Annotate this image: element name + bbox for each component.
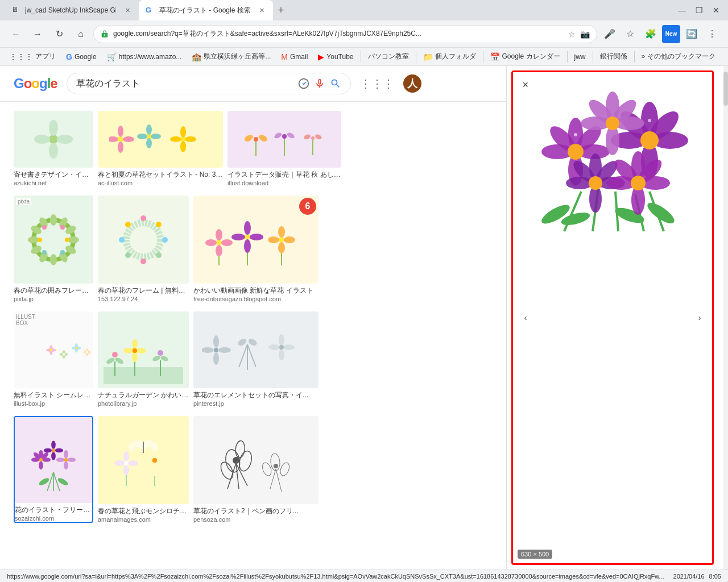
grid-item-3-1[interactable]: 春の草花と飛ぶモンシロチョウ[3201400002... amanaimages… [98, 416, 189, 523]
back-button[interactable]: ← [7, 25, 25, 43]
svg-point-100 [123, 348, 133, 354]
results-area: Google ⋮⋮⋮ 人 [0, 66, 506, 569]
image-row-0: 寄せ書きデザイン・イラスト素... azukichi.net [14, 111, 493, 186]
grid-item-0-2[interactable]: イラストデータ販売｜草花 秋 あしらい... illust.download [228, 111, 341, 186]
svg-point-16 [180, 126, 186, 138]
camera-search-icon[interactable] [298, 78, 309, 89]
grid-item-1-1[interactable]: 春の草花のフレーム | 無料イラスト... 153.122.97.24 [98, 196, 189, 302]
bookmark-jww[interactable]: jww [570, 51, 590, 63]
user-avatar[interactable]: 人 [403, 74, 421, 93]
extensions-icon[interactable]: 🧩 [642, 25, 660, 43]
svg-point-1 [49, 120, 58, 136]
bookmark-bank[interactable]: 銀行関係 [595, 49, 632, 64]
bookmark-school[interactable]: 🏫 県立横浜緑ヶ丘高等... [187, 49, 275, 64]
bookmark-gmail[interactable]: M Gmail [276, 50, 312, 64]
bookmark-icon[interactable]: ☆ [621, 25, 639, 43]
caption-2-2: 草花のエレメントセットの写真・イ... [193, 390, 318, 400]
svg-point-61 [216, 240, 222, 246]
svg-line-162 [228, 463, 236, 489]
bookmark-amazon[interactable]: 🛒 https://www.amazo... [102, 50, 187, 64]
grid-item-2-1[interactable]: ナチュラルガーデン かわいい 草花 イラ... photolibrary.jp [98, 311, 189, 407]
svg-line-113 [247, 344, 256, 367]
colorful-flowers-svg [202, 203, 310, 277]
mic-search-icon[interactable] [314, 78, 325, 89]
svg-point-94 [114, 356, 125, 365]
source-1-0: pixta.jp [14, 296, 93, 302]
address-icons: ☆ 📷 [568, 30, 590, 39]
bookmark-pc[interactable]: パソコン教室 [363, 49, 413, 64]
gmail-icon: M [281, 52, 288, 61]
svg-point-219 [631, 176, 646, 190]
bookmark-google[interactable]: G Google [61, 50, 101, 64]
close-button[interactable]: ✕ [709, 3, 723, 18]
bookmarks-bar: ⋮⋮⋮ アプリ G Google 🛒 https://www.amazo... … [0, 48, 728, 66]
svg-point-143 [68, 458, 76, 462]
google-logo[interactable]: Google [14, 76, 57, 92]
tab2-close[interactable]: ✕ [257, 6, 266, 15]
bookmark-apps[interactable]: ⋮⋮⋮ アプリ [5, 49, 60, 64]
settings-icon[interactable]: ⋮ [703, 25, 721, 43]
grid-item-3-2[interactable]: 草花のイラスト2｜ペン画のフリ... pensoza.com [193, 416, 318, 523]
apps-grid-icon[interactable]: ⋮⋮⋮ [360, 77, 394, 90]
home-button[interactable]: ⌂ [72, 25, 90, 43]
search-submit-icon[interactable] [330, 78, 341, 89]
address-bar[interactable]: google.com/search?q=草花のイラスト&safe=active&… [93, 25, 597, 43]
svg-point-136 [51, 452, 56, 460]
svg-point-149 [128, 460, 138, 466]
forward-button[interactable]: → [28, 25, 47, 43]
tab1-close[interactable]: ✕ [123, 6, 132, 15]
tab-1[interactable]: 🖥 jw_cad SketchUp InkScape Gimp ... ✕ [5, 0, 139, 20]
calendar-bm-icon: 📅 [490, 52, 500, 61]
panel-main-image [513, 72, 712, 248]
grid-item-1-0[interactable]: pixta [14, 196, 93, 302]
sync-icon[interactable]: 🔄 [682, 25, 701, 43]
refresh-button[interactable]: ↻ [50, 25, 68, 43]
grid-item-2-0[interactable]: ILLUST BOX [14, 311, 93, 407]
tab1-favicon: 🖥 [11, 6, 20, 15]
svg-point-74 [278, 226, 285, 238]
mic-icon[interactable]: 🎤 [601, 25, 619, 43]
image-grid-wrapper: 寄せ書きデザイン・イラスト素... azukichi.net [0, 102, 506, 541]
bookmark-youtube[interactable]: ▶ YouTube [313, 50, 358, 64]
svg-point-154 [139, 457, 152, 464]
search-input[interactable] [76, 78, 293, 89]
panel-image-container: ✕ ‹ › [511, 70, 714, 565]
grid-item-3-0[interactable]: 花のイラスト・フリー素材 | ダウンロード13... sozaizchi.com [14, 416, 93, 523]
maximize-button[interactable]: ❐ [692, 3, 706, 18]
svg-point-39 [50, 254, 57, 265]
grid-item-0-1[interactable]: 春と初夏の草花セットイラスト - No: 373109／無料... ac-ill… [98, 111, 223, 186]
panel-close-button[interactable]: ✕ [518, 77, 533, 93]
bookmark-other[interactable]: » その他のブックマーク [637, 49, 720, 64]
seamless-bg-svg [43, 322, 93, 379]
svg-point-169 [233, 457, 239, 464]
minimize-button[interactable]: — [675, 3, 689, 18]
tab-2[interactable]: G 草花のイラスト - Google 検索 ✕ [139, 0, 273, 20]
svg-point-145 [124, 461, 129, 465]
logo-G: G [14, 76, 24, 91]
bookmark-apps-label: アプリ [35, 52, 56, 61]
svg-point-81 [49, 348, 52, 351]
grid-item-1-2[interactable]: 6 [193, 196, 318, 302]
bookmark-amazon-label: https://www.amazo... [119, 53, 182, 61]
grid-item-0-0[interactable]: 寄せ書きデザイン・イラスト素... azukichi.net [14, 111, 93, 186]
panel-nav-left-button[interactable]: ‹ [518, 310, 533, 326]
svg-point-95 [112, 352, 118, 357]
svg-point-22 [243, 134, 254, 143]
bookmark-calendar[interactable]: 📅 Google カレンダー [486, 49, 565, 64]
address-text: google.com/search?q=草花のイラスト&safe=active&… [113, 29, 564, 39]
new-tab-button[interactable]: + [273, 2, 289, 18]
camera-icon[interactable]: 📷 [580, 30, 590, 39]
svg-point-141 [64, 461, 68, 469]
source-3-2: pensoza.com [193, 516, 318, 523]
svg-point-31 [315, 134, 322, 140]
svg-point-148 [114, 460, 125, 466]
bookmark-folder[interactable]: 📁 個人フォルダ [419, 49, 481, 64]
panel-nav-right-button[interactable]: › [692, 310, 708, 326]
logo-g: g [39, 76, 47, 91]
main-flower-svg [513, 78, 712, 243]
svg-point-7 [118, 142, 123, 153]
grid-item-2-2[interactable]: 草花のエレメントセットの写真・イ... pinterest.jp [193, 311, 318, 407]
image-row-1: pixta [14, 196, 493, 302]
search-bar[interactable] [67, 73, 351, 94]
star-icon[interactable]: ☆ [568, 30, 576, 39]
